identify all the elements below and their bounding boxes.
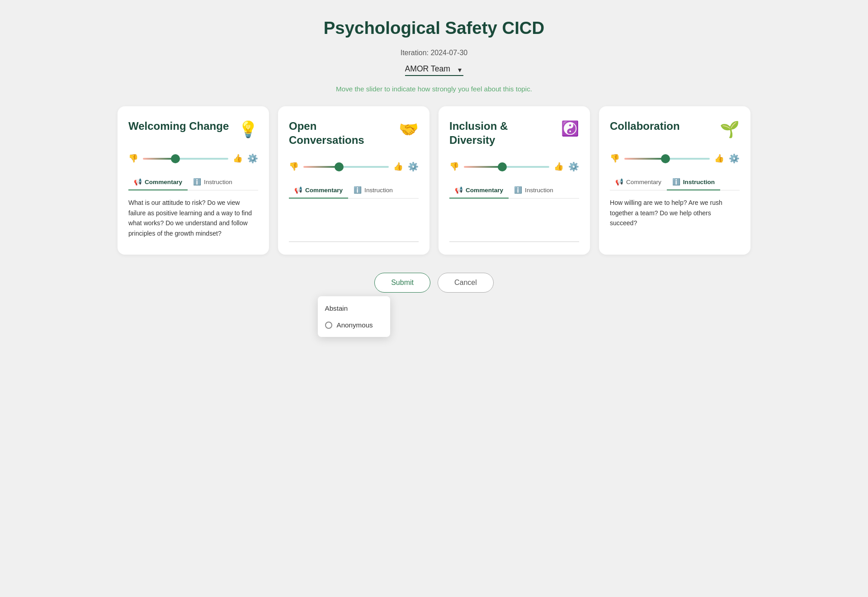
instruction-icon: ℹ️	[193, 178, 201, 186]
tabs-row: 📢 Commentary ℹ️ Instruction	[289, 183, 419, 199]
dropdown-menu: Abstain Anonymous	[318, 296, 390, 337]
card-header: Inclusion & Diversity ☯️	[449, 119, 579, 147]
slider-thumb[interactable]	[335, 162, 344, 171]
card-icon-lightbulb: 💡	[238, 120, 258, 139]
slider-track[interactable]	[143, 158, 228, 160]
card-header: Open Conversations 🤝	[289, 119, 419, 147]
slider-thumb[interactable]	[498, 162, 507, 171]
card-collaboration: Collaboration 🌱 👎 👍 ⚙️ 📢 Commentary ℹ️ I	[599, 106, 750, 255]
instruction-icon: ℹ️	[514, 186, 522, 194]
commentary-textarea[interactable]	[449, 206, 579, 242]
anonymous-radio[interactable]	[325, 322, 332, 329]
iteration-label: Iteration: 2024-07-30	[118, 49, 750, 57]
settings-icon[interactable]: ⚙️	[729, 153, 740, 164]
commentary-icon: 📢	[615, 178, 623, 186]
tab-commentary[interactable]: 📢 Commentary	[610, 175, 667, 190]
thumbs-down-icon: 👎	[449, 162, 459, 171]
card-content: What is our attitude to risk? Do we view…	[128, 198, 258, 238]
anonymous-label: Anonymous	[337, 321, 373, 329]
card-inclusion-diversity: Inclusion & Diversity ☯️ 👎 👍 ⚙️ 📢 Commen…	[439, 106, 590, 255]
team-selector[interactable]: AMOR Team Team Alpha Team Beta	[405, 64, 463, 76]
cards-container: Welcoming Change 💡 👎 👍 ⚙️ 📢 Commentary ℹ…	[118, 106, 750, 255]
dropdown-item-anonymous[interactable]: Anonymous	[318, 317, 390, 333]
slider-track[interactable]	[624, 158, 710, 160]
settings-icon[interactable]: ⚙️	[568, 161, 579, 172]
slider-row: 👎 👍 ⚙️	[128, 153, 258, 164]
instruction-icon: ℹ️	[354, 186, 362, 194]
tab-commentary[interactable]: 📢 Commentary	[449, 183, 509, 199]
card-title: Collaboration	[610, 119, 680, 133]
tab-commentary[interactable]: 📢 Commentary	[128, 175, 188, 190]
slider-track[interactable]	[464, 166, 549, 168]
abstain-label: Abstain	[325, 304, 348, 312]
card-content: How willing are we to help? Are we rush …	[610, 198, 740, 228]
slider-thumb[interactable]	[171, 154, 180, 163]
tabs-row: 📢 Commentary ℹ️ Instruction	[128, 175, 258, 190]
thumbs-up-icon: 👍	[233, 154, 243, 163]
tab-instruction[interactable]: ℹ️ Instruction	[188, 175, 238, 190]
tabs-row: 📢 Commentary ℹ️ Instruction	[449, 183, 579, 199]
dropdown-item-abstain[interactable]: Abstain	[318, 300, 390, 317]
settings-icon[interactable]: ⚙️	[247, 153, 258, 164]
slider-row: 👎 👍 ⚙️	[610, 153, 740, 164]
page-title: Psychological Safety CICD	[118, 18, 750, 38]
card-icon-yinyang: ☯️	[561, 120, 579, 137]
commentary-icon: 📢	[455, 186, 463, 194]
card-title: Inclusion & Diversity	[449, 119, 556, 147]
thumbs-up-icon: 👍	[393, 162, 403, 171]
slider-instruction: Move the slider to indicate how strongly…	[118, 85, 750, 93]
card-open-conversations: Open Conversations 🤝 👎 👍 ⚙️ 📢 Commentary…	[278, 106, 429, 255]
slider-track[interactable]	[303, 166, 389, 168]
page-container: Psychological Safety CICD Iteration: 202…	[118, 18, 750, 293]
slider-row: 👎 👍 ⚙️	[449, 161, 579, 172]
slider-thumb[interactable]	[661, 154, 670, 163]
thumbs-down-icon: 👎	[289, 162, 299, 171]
slider-row: 👎 👍 ⚙️	[289, 161, 419, 172]
team-selector-wrapper: AMOR Team Team Alpha Team Beta	[118, 64, 750, 76]
tab-instruction[interactable]: ℹ️ Instruction	[509, 183, 559, 199]
card-welcoming-change: Welcoming Change 💡 👎 👍 ⚙️ 📢 Commentary ℹ…	[118, 106, 269, 255]
card-title: Open Conversations	[289, 119, 393, 147]
team-select-input[interactable]: AMOR Team Team Alpha Team Beta	[405, 64, 463, 73]
card-title: Welcoming Change	[128, 119, 229, 133]
thumbs-up-icon: 👍	[554, 162, 564, 171]
commentary-textarea[interactable]	[289, 206, 419, 242]
buttons-row: Submit Cancel	[118, 273, 750, 293]
submit-button[interactable]: Submit	[374, 273, 430, 293]
card-icon-plant: 🌱	[720, 120, 740, 139]
cancel-button[interactable]: Cancel	[438, 273, 494, 293]
card-header: Welcoming Change 💡	[128, 119, 258, 139]
tabs-row: 📢 Commentary ℹ️ Instruction	[610, 175, 740, 190]
thumbs-down-icon: 👎	[610, 154, 620, 163]
thumbs-up-icon: 👍	[714, 154, 724, 163]
commentary-icon: 📢	[294, 186, 302, 194]
tab-commentary[interactable]: 📢 Commentary	[289, 183, 348, 199]
card-header: Collaboration 🌱	[610, 119, 740, 139]
tab-instruction[interactable]: ℹ️ Instruction	[348, 183, 398, 199]
tab-instruction[interactable]: ℹ️ Instruction	[667, 175, 720, 190]
commentary-icon: 📢	[134, 178, 142, 186]
settings-icon[interactable]: ⚙️	[408, 161, 419, 172]
card-icon-handshake: 🤝	[399, 120, 419, 139]
instruction-icon: ℹ️	[672, 178, 680, 186]
thumbs-down-icon: 👎	[128, 154, 138, 163]
